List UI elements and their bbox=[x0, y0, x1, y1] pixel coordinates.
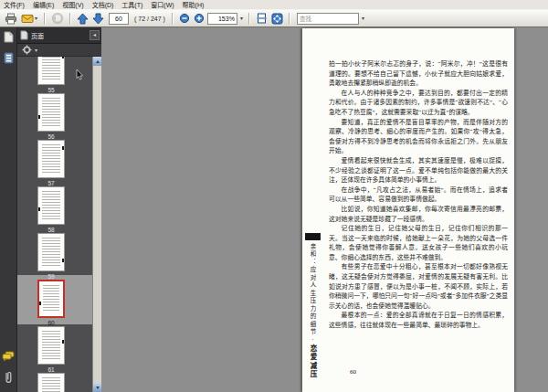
find-dropdown-caret[interactable]: ▾ bbox=[361, 16, 365, 21]
previous-view-button bbox=[50, 11, 65, 26]
thumbnail-label-current: 60 bbox=[37, 320, 65, 326]
toolbar-separator bbox=[69, 13, 71, 25]
zoom-out-button[interactable] bbox=[178, 11, 191, 26]
pages-panel-tab[interactable] bbox=[2, 30, 15, 43]
chapter-tab-text: 亲和：应对人生压力的细节·恋爱减压 bbox=[308, 243, 318, 392]
paragraph: 爱情看起来很快就会生成，其实其速度是慢，极难以捉摸，不少经验之谈都证明了这一点。… bbox=[329, 156, 508, 185]
menu-window[interactable]: 窗口(W) bbox=[151, 0, 174, 9]
bookmarks-panel-tab[interactable] bbox=[2, 51, 15, 64]
menu-edit[interactable]: 编辑(E) bbox=[33, 0, 54, 9]
zoom-level-field[interactable]: 153% bbox=[207, 13, 237, 25]
page-thumbnail[interactable] bbox=[37, 373, 65, 392]
page-number-input[interactable] bbox=[109, 13, 129, 25]
paragraph: 拍一拍小伙子阿米尔忐忑的身子，说：“阿米尔，冲！”这是很有道理的。要想不给自己留… bbox=[329, 59, 508, 89]
paragraph: 要知道，真正的爱情不是盲目草率的产物，而是伴随对方的观察、冷静的思考、细心的审度… bbox=[329, 118, 508, 156]
scroll-up-button[interactable] bbox=[93, 57, 101, 66]
email-button[interactable]: ▾ bbox=[20, 11, 39, 26]
page-thumbnail[interactable] bbox=[37, 326, 65, 365]
thumbnail-label: 55 bbox=[37, 87, 65, 93]
chapter-tab-box bbox=[305, 233, 321, 240]
menu-view[interactable]: 视图(V) bbox=[62, 0, 83, 9]
page-thumbnail[interactable] bbox=[37, 186, 65, 225]
thumbnail-label: 57 bbox=[37, 180, 65, 186]
pages-panel-options-bar: ▾ bbox=[17, 44, 101, 57]
toolbar-separator bbox=[44, 13, 46, 25]
scroll-down-button[interactable] bbox=[93, 383, 101, 392]
page-body-text: 拍一拍小伙子阿米尔忐忑的身子，说：“阿米尔，冲！”这是很有道理的。要想不给自己留… bbox=[329, 59, 508, 331]
thumbnail-label: 59 bbox=[37, 273, 65, 280]
page-icon bbox=[4, 31, 14, 43]
menu-help[interactable]: 帮助(H) bbox=[183, 0, 205, 9]
paragraph: 在人与人的种种竞争之中，要达到目的，都要付出一定的精力和代价。由于诸多因素的制约… bbox=[329, 89, 508, 118]
nav-pane-strip bbox=[0, 27, 17, 392]
email-dropdown-caret[interactable]: ▾ bbox=[34, 16, 38, 21]
previous-view-icon bbox=[51, 12, 64, 25]
pdf-page: 亲和：应对人生压力的细节·恋爱减压 拍一拍小伙子阿米尔忐忑的身子，说：“阿米尔，… bbox=[302, 28, 514, 392]
fit-page-icon bbox=[271, 13, 283, 25]
next-page-button[interactable] bbox=[91, 11, 105, 26]
zoom-dropdown-caret[interactable]: ▾ bbox=[239, 16, 244, 21]
page-thumbnail[interactable] bbox=[37, 57, 65, 85]
page-icon bbox=[20, 30, 28, 40]
page-count-label: ( 72 / 247 ) bbox=[134, 16, 165, 22]
pdf-reader-window: 文件(F) 编辑(E) 视图(V) 文档(D) 工具(T) 窗口(W) 帮助(H… bbox=[0, 0, 548, 392]
arrow-down-icon bbox=[92, 13, 104, 25]
page-thumbnail[interactable] bbox=[37, 93, 65, 132]
zoom-in-icon bbox=[194, 13, 205, 24]
current-page-thumbnail[interactable] bbox=[37, 280, 65, 318]
options-dropdown-caret[interactable]: ▾ bbox=[34, 48, 38, 53]
toolbar-separator bbox=[172, 13, 174, 25]
chapter-margin-tab: 亲和：应对人生压力的细节·恋爱减压 bbox=[305, 233, 321, 392]
menu-document[interactable]: 文档(D) bbox=[92, 0, 114, 9]
document-area[interactable]: 亲和：应对人生压力的细节·恋爱减压 拍一拍小伙子阿米尔忐忑的身子，说：“阿米尔，… bbox=[101, 27, 548, 392]
toolbar-separator bbox=[248, 13, 250, 25]
thumbnail-scrollbar[interactable] bbox=[92, 57, 101, 392]
paragraph: 在战争中，“凡攻占之法，从易者始”。而在情场上，追求者可以从一些简单、容易做到的… bbox=[329, 185, 508, 205]
pages-panel-header: 页面 ◂ bbox=[17, 27, 101, 44]
menu-file[interactable]: 文件(F) bbox=[4, 0, 25, 9]
comments-panel-tab[interactable] bbox=[2, 349, 15, 362]
zoom-in-button[interactable] bbox=[193, 11, 206, 26]
fit-page-button[interactable] bbox=[270, 11, 284, 26]
menu-tools[interactable]: 工具(T) bbox=[121, 0, 142, 9]
toolbar: ▾ ( 72 bbox=[0, 10, 548, 27]
paragraph: 有些男子在恋爱中十分粗心，甚至根本对一切都好像熟视无睹，这无疑会使对方觉得委屈，… bbox=[329, 262, 508, 311]
page-number: 60 bbox=[350, 368, 356, 376]
thumbnail-label: 56 bbox=[37, 133, 65, 140]
bookmark-icon bbox=[4, 52, 14, 64]
thumbnail-list: 55 56 57 58 59 60 61 bbox=[17, 57, 101, 392]
toolbar-separator bbox=[289, 13, 290, 25]
pages-panel: 页面 ◂ ▾ 55 bbox=[17, 27, 101, 392]
menu-bar: 文件(F) 编辑(E) 视图(V) 文档(D) 工具(T) 窗口(W) 帮助(H… bbox=[0, 0, 548, 10]
options-gear-icon[interactable] bbox=[22, 45, 32, 55]
arrow-up-icon bbox=[77, 13, 89, 25]
paragraph: 最根本的一点：爱的全部真谛就在于日复一日的情感积累，这些情感，往往就体现在一些最… bbox=[329, 311, 508, 330]
pages-panel-title: 页面 bbox=[31, 31, 44, 40]
mouse-cursor bbox=[76, 69, 83, 80]
thumbnail-label: 61 bbox=[37, 366, 65, 373]
email-icon bbox=[21, 14, 34, 24]
paragraph: 记住她的生日，记住她父母的生日，记住你们相识的那一天。当这一天来临的时候，给她献… bbox=[329, 224, 508, 262]
thumbnail-label: 58 bbox=[37, 227, 65, 233]
zoom-out-icon bbox=[179, 13, 190, 24]
comments-icon bbox=[2, 351, 15, 361]
paperclip-icon bbox=[3, 371, 14, 384]
fit-width-icon bbox=[256, 13, 268, 24]
paragraph: 比如说，你知道她喜欢集邮，你每次寄信用最漂亮的邮票，这对她来说无疑是珍藏了一段感… bbox=[329, 205, 508, 224]
previous-page-button[interactable] bbox=[76, 11, 90, 26]
page-thumbnail[interactable] bbox=[37, 140, 65, 178]
page-thumbnail[interactable] bbox=[37, 233, 65, 271]
print-button[interactable] bbox=[4, 11, 18, 26]
zoom-level-value: 153% bbox=[218, 16, 235, 22]
printer-icon bbox=[5, 13, 17, 25]
collapse-panel-button[interactable]: ◂ bbox=[90, 30, 100, 40]
attachments-panel-tab[interactable] bbox=[2, 371, 15, 384]
fit-width-button[interactable] bbox=[255, 11, 269, 26]
find-input[interactable] bbox=[297, 13, 359, 25]
